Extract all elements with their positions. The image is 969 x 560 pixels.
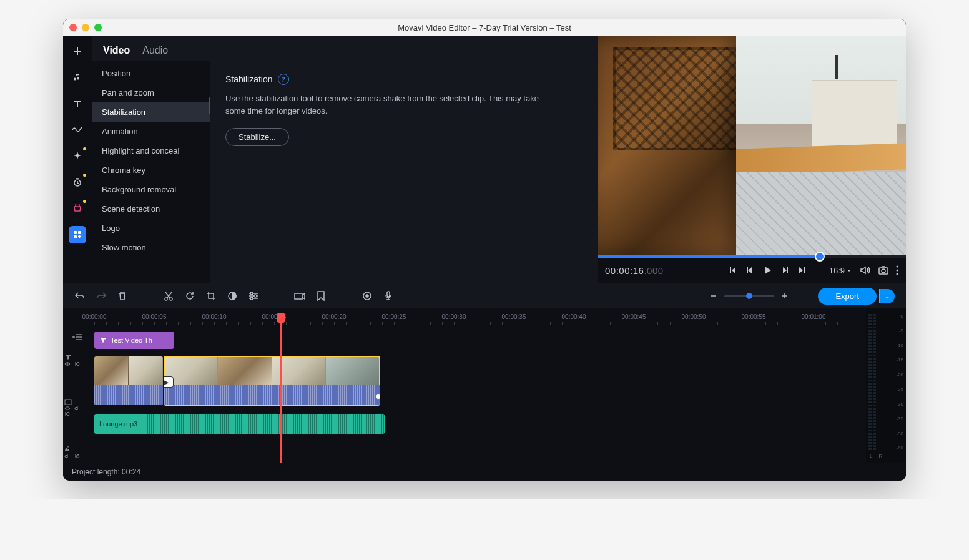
- shopping-icon[interactable]: [69, 200, 86, 217]
- skip-start-icon[interactable]: [727, 265, 738, 276]
- svg-point-19: [67, 363, 68, 365]
- submenu-animation[interactable]: Animation: [92, 122, 210, 141]
- frame-back-icon[interactable]: [744, 265, 755, 276]
- export-button[interactable]: Export: [818, 288, 877, 305]
- redo-icon[interactable]: [96, 290, 107, 302]
- preview-more-icon[interactable]: [896, 265, 898, 275]
- clip-properties-icon[interactable]: [248, 290, 259, 302]
- effects-icon[interactable]: [69, 147, 86, 165]
- submenu-pan-zoom[interactable]: Pan and zoom: [92, 83, 210, 102]
- add-track-icon[interactable]: [72, 331, 82, 343]
- svg-rect-3: [74, 235, 77, 238]
- color-adjust-icon[interactable]: [227, 290, 238, 302]
- svg-rect-20: [65, 400, 71, 405]
- delete-icon[interactable]: [117, 290, 128, 302]
- svg-point-10: [170, 298, 172, 300]
- timeline-toolbar: Export ⌄: [63, 283, 906, 308]
- zoom-slider[interactable]: [724, 295, 774, 297]
- skip-end-icon[interactable]: [797, 265, 808, 276]
- transitions-icon[interactable]: [69, 121, 86, 139]
- crop-icon[interactable]: [205, 290, 217, 302]
- svg-point-14: [250, 297, 253, 300]
- add-media-icon[interactable]: [69, 42, 86, 60]
- titlebar: Movavi Video Editor – 7-Day Trial Versio…: [63, 19, 906, 36]
- svg-point-8: [897, 273, 898, 275]
- record-audio-icon[interactable]: [383, 290, 394, 302]
- submenu-chroma-key[interactable]: Chroma key: [92, 160, 210, 180]
- submenu-position[interactable]: Position: [92, 64, 210, 83]
- export-dropdown[interactable]: ⌄: [879, 289, 895, 303]
- svg-point-5: [882, 269, 885, 273]
- audio-clip[interactable]: Lounge.mp3: [94, 414, 385, 434]
- svg-rect-18: [387, 292, 390, 297]
- audio-meter: 0-5-10-15-20-25-30-35-50-60 L R: [866, 308, 906, 463]
- svg-point-6: [897, 266, 898, 268]
- preview-pane: 00:00:16.000 16:9: [598, 36, 906, 283]
- svg-rect-2: [78, 231, 81, 234]
- cut-icon[interactable]: [163, 290, 174, 302]
- video-track-controls[interactable]: [63, 366, 93, 431]
- record-video-icon[interactable]: [362, 290, 373, 302]
- svg-point-13: [254, 295, 257, 297]
- video-tools-submenu: Position Pan and zoom Stabilization Anim…: [92, 61, 210, 283]
- marker-icon[interactable]: [315, 290, 327, 302]
- preview-progress[interactable]: [598, 255, 906, 258]
- window-minimize-button[interactable]: [82, 24, 89, 31]
- title-track-controls[interactable]: [63, 343, 93, 366]
- svg-point-12: [250, 292, 253, 295]
- frame-forward-icon[interactable]: [779, 265, 790, 276]
- music-icon[interactable]: [69, 69, 86, 86]
- status-bar: Project length: 00:24: [63, 463, 906, 481]
- text-icon[interactable]: [69, 95, 86, 112]
- zoom-out-icon[interactable]: [708, 290, 719, 302]
- volume-handle[interactable]: [375, 393, 380, 400]
- preview-timecode: 00:00:16.000: [605, 265, 664, 276]
- preview-video[interactable]: [598, 36, 906, 255]
- window-maximize-button[interactable]: [94, 24, 102, 31]
- audio-track-controls[interactable]: [63, 431, 93, 463]
- timeline: 00:00:0000:00:0500:00:1000:00:1500:00:20…: [63, 308, 906, 463]
- zoom-in-icon[interactable]: [779, 290, 790, 302]
- transition-wizard-icon[interactable]: [294, 290, 305, 302]
- submenu-highlight-conceal[interactable]: Highlight and conceal: [92, 141, 210, 160]
- svg-point-7: [897, 270, 898, 272]
- undo-icon[interactable]: [74, 290, 86, 302]
- content-title: Stabilization: [225, 74, 273, 84]
- svg-rect-1: [74, 231, 77, 234]
- video-clip-1[interactable]: [94, 356, 163, 405]
- submenu-slow-motion[interactable]: Slow motion: [92, 238, 210, 257]
- more-tools-icon[interactable]: [69, 226, 86, 243]
- tab-audio[interactable]: Audio: [142, 45, 168, 56]
- playhead[interactable]: [280, 314, 282, 463]
- help-icon[interactable]: ?: [278, 74, 289, 85]
- left-sidebar: [63, 36, 92, 283]
- rotate-icon[interactable]: [184, 290, 195, 302]
- properties-panel: Video Audio Position Pan and zoom Stabil…: [92, 36, 598, 283]
- window-close-button[interactable]: [69, 24, 77, 31]
- aspect-ratio-selector[interactable]: 16:9: [829, 266, 852, 275]
- project-length: Project length: 00:24: [72, 468, 140, 476]
- svg-rect-15: [295, 293, 302, 299]
- content-description: Use the stabilization tool to remove cam…: [225, 92, 550, 117]
- svg-point-17: [366, 295, 368, 297]
- video-clip-2-selected[interactable]: ▶: [164, 356, 380, 405]
- title-clip[interactable]: Test Video Th: [94, 332, 174, 349]
- transition-handle[interactable]: ▶: [164, 376, 174, 388]
- submenu-background-removal[interactable]: Background removal: [92, 180, 210, 199]
- timeline-ruler[interactable]: 00:00:0000:00:0500:00:1000:00:1500:00:20…: [92, 311, 866, 325]
- submenu-stabilization[interactable]: Stabilization: [92, 102, 210, 122]
- window-title: Movavi Video Editor – 7-Day Trial Versio…: [63, 23, 906, 32]
- timer-icon[interactable]: [69, 174, 86, 191]
- volume-icon[interactable]: [860, 265, 871, 275]
- svg-point-9: [165, 298, 167, 300]
- stabilize-button[interactable]: Stabilize...: [225, 128, 289, 146]
- submenu-logo[interactable]: Logo: [92, 219, 210, 238]
- play-icon[interactable]: [762, 265, 773, 276]
- submenu-scene-detection[interactable]: Scene detection: [92, 199, 210, 219]
- snapshot-icon[interactable]: [878, 266, 888, 275]
- tab-video[interactable]: Video: [103, 45, 130, 56]
